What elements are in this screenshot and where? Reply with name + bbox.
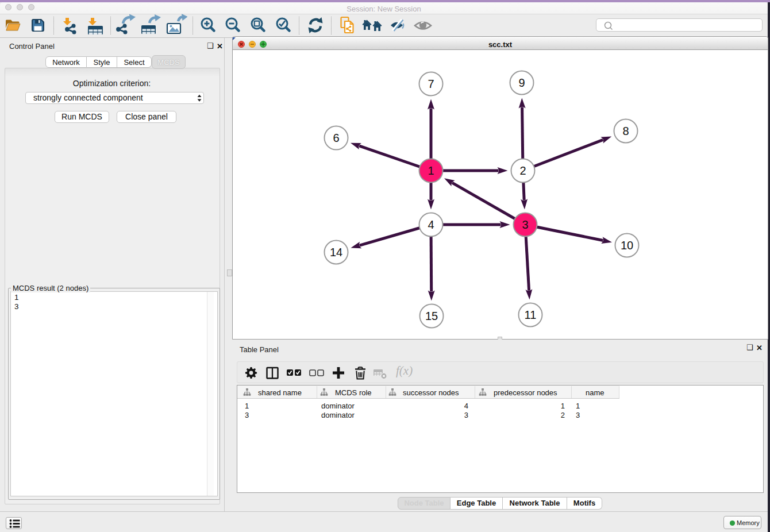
svg-text:14: 14 <box>330 246 342 259</box>
svg-text:2: 2 <box>519 164 526 177</box>
svg-text:6: 6 <box>333 132 339 144</box>
svg-text:9: 9 <box>518 76 525 89</box>
svg-text:15: 15 <box>425 310 438 322</box>
svg-text:4: 4 <box>428 218 434 231</box>
svg-text:10: 10 <box>621 239 633 252</box>
svg-text:11: 11 <box>525 309 537 321</box>
svg-text:8: 8 <box>622 125 629 137</box>
svg-text:7: 7 <box>428 78 434 90</box>
svg-text:1: 1 <box>428 164 434 177</box>
svg-text:3: 3 <box>522 218 528 231</box>
